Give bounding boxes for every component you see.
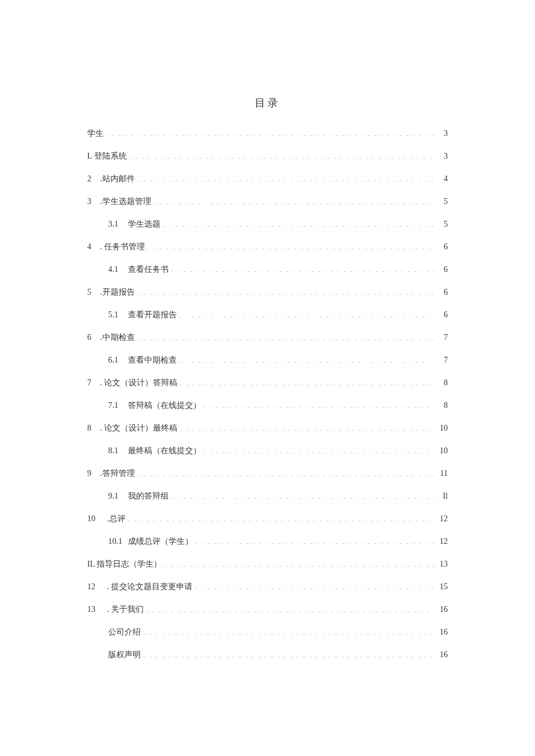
toc-leader-dots	[195, 581, 435, 589]
toc-entry-label: 查看中期检查	[128, 354, 177, 366]
toc-entry: 6.中期检查7	[87, 331, 448, 343]
toc-entry-page: 15	[437, 581, 448, 593]
toc-entry-number: 7	[87, 377, 100, 389]
toc-entry-page: 10	[437, 422, 448, 434]
toc-entry: 5.1查看开题报告6	[108, 309, 448, 321]
toc-entry-page: 10	[437, 445, 448, 457]
toc-entry-page: 6	[437, 241, 448, 253]
toc-entry: 6.1查看中期检查7	[108, 354, 448, 366]
toc-entry-label: . 论文（设计）最终稿	[100, 422, 177, 434]
toc-entry: 学生3	[87, 127, 448, 139]
toc-entry-page: 6	[437, 309, 448, 321]
toc-leader-dots	[154, 196, 436, 204]
toc-entry-page: 5	[437, 218, 448, 230]
toc-leader-dots	[164, 558, 435, 567]
toc-entry-label: 学生选题	[128, 218, 160, 230]
toc-entry-label: .学生选题管理	[100, 195, 151, 207]
toc-entry-label: 公司介绍	[108, 626, 141, 638]
toc-entry-label: .总评	[107, 513, 126, 525]
toc-entry-number: 3.1	[108, 218, 128, 230]
toc-leader-dots	[171, 490, 435, 499]
toc-entry-number: 8.1	[108, 445, 128, 457]
toc-leader-dots	[146, 604, 435, 612]
toc-entry: 12. 提交论文题目变更申请15	[87, 581, 448, 593]
toc-entry-page: 16	[437, 603, 448, 615]
toc-entry-number: 2	[87, 173, 100, 185]
toc-entry-page: 16	[437, 626, 448, 638]
toc-entry-page: 13	[437, 558, 448, 570]
toc-leader-dots	[137, 173, 436, 181]
toc-entry: 9.答辩管理11	[87, 467, 448, 479]
toc-entry-page: 6	[437, 286, 448, 298]
toc-entry: 版权声明16	[108, 648, 448, 661]
toc-leader-dots	[106, 128, 435, 136]
toc-entry: 9.1我的答辩组Il	[108, 490, 448, 502]
toc-entry-page: 8	[437, 377, 448, 389]
toc-entry: 3.学生选题管理5	[87, 195, 448, 207]
toc-entry-number: 7.1	[108, 399, 128, 411]
toc-entry-page: 4	[437, 173, 448, 185]
toc-leader-dots	[195, 536, 435, 544]
toc-entry-number: 13	[87, 603, 107, 615]
toc-entry-number: 9.1	[108, 490, 128, 502]
toc-entry: 公司介绍16	[108, 626, 448, 638]
toc-entry-page: 5	[437, 195, 448, 207]
toc-leader-dots	[129, 151, 435, 159]
toc-title: 目录	[87, 96, 448, 110]
toc-entry-label: 成绩总评（学生）	[128, 535, 193, 547]
toc-entry-label: IL 指导日志（学生）	[87, 558, 162, 570]
toc-entry: 7. 论文（设计）答辩稿8	[87, 377, 448, 389]
toc-entry-page: 3	[437, 150, 448, 162]
toc-entry-number: 6	[87, 331, 100, 343]
toc-leader-dots	[179, 309, 435, 317]
toc-entry-label: 答辩稿（在线提交）	[128, 399, 201, 411]
toc-leader-dots	[137, 468, 436, 476]
toc-entry-number: 9	[87, 467, 100, 479]
toc-leader-dots	[180, 377, 435, 385]
toc-leader-dots	[128, 513, 436, 521]
toc-leader-dots	[137, 286, 436, 295]
toc-entry-page: 16	[437, 648, 448, 661]
toc-entry: 8.1最终稿（在线提交）10	[108, 445, 448, 457]
toc-entry-page: 11	[437, 467, 448, 479]
toc-entry-label: . 关于我们	[107, 603, 144, 615]
toc-entry-number: 6.1	[108, 354, 128, 366]
toc-entry-page: 7	[437, 354, 448, 366]
toc-leader-dots	[147, 241, 435, 249]
toc-entry: 4. 任务书管理6	[87, 241, 448, 253]
toc-entry-label: 最终稿（在线提交）	[128, 445, 201, 457]
toc-entry-page: 8	[437, 399, 448, 411]
toc-entry-label: 学生	[87, 127, 104, 139]
toc-entry-page: 12	[437, 535, 448, 547]
toc-entry-number: 4	[87, 241, 100, 253]
toc-entry: 10.总评12	[87, 513, 448, 525]
toc-entry-label: . 提交论文题目变更申请	[107, 581, 192, 593]
toc-entry: IL 指导日志（学生）13	[87, 558, 448, 570]
toc-entry: 13. 关于我们16	[87, 603, 448, 615]
toc-entry-label: . 任务书管理	[100, 241, 145, 253]
toc-leader-dots	[180, 422, 435, 431]
toc-entry-number: 10	[87, 513, 107, 525]
toc-leader-dots	[179, 354, 435, 363]
toc-entry-number: 3	[87, 195, 100, 207]
toc-entry: 2.站内邮件4	[87, 173, 448, 185]
toc-entry: 4.1查看任务书6	[108, 263, 448, 275]
toc-entry: 3.1学生选题5	[108, 218, 448, 230]
toc-entry: 8. 论文（设计）最终稿10	[87, 422, 448, 434]
toc-entry-page: 12	[437, 513, 448, 525]
toc-entry: 10.1成绩总评（学生）12	[108, 535, 448, 547]
toc-entry-number: 8	[87, 422, 100, 434]
toc-entry-label: . 论文（设计）答辩稿	[100, 377, 177, 389]
toc-leader-dots	[204, 445, 435, 453]
toc-entry: L 登陆系统3	[87, 150, 448, 162]
toc-entry-number: 4.1	[108, 263, 128, 275]
toc-entry-label: L 登陆系统	[87, 150, 127, 162]
toc-leader-dots	[137, 332, 436, 340]
toc-entry-label: 查看开题报告	[128, 309, 177, 321]
toc-entry-label: .中期检查	[100, 331, 135, 343]
toc-entry-number: 12	[87, 581, 107, 593]
toc-entry-label: .站内邮件	[100, 173, 135, 185]
toc-entry-number: 10.1	[108, 535, 128, 547]
toc-leader-dots	[143, 649, 435, 657]
toc-entry: 7.1答辩稿（在线提交）8	[108, 399, 448, 411]
